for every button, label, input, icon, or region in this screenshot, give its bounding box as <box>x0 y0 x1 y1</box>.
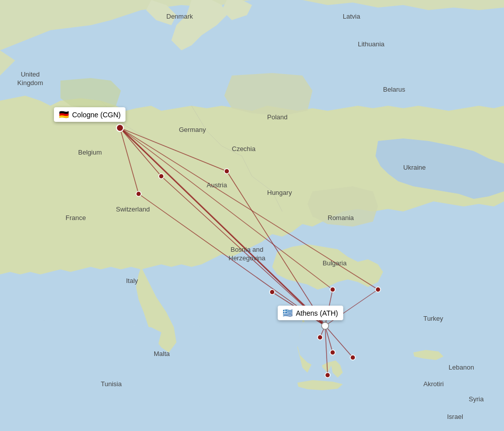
svg-point-24 <box>136 191 141 196</box>
athens-label: 🇬🇷 Athens (ATH) <box>278 306 343 320</box>
map-svg <box>0 0 504 431</box>
svg-point-28 <box>375 287 381 292</box>
svg-point-26 <box>270 290 275 295</box>
map-container: Denmark Latvia Lithuania United Kingdom … <box>0 0 504 431</box>
cologne-label: 🇩🇪 Cologne (CGN) <box>54 107 125 122</box>
cologne-label-text: Cologne (CGN) <box>72 111 120 119</box>
germany-flag: 🇩🇪 <box>59 110 69 119</box>
svg-point-27 <box>330 287 335 292</box>
svg-point-31 <box>350 355 355 360</box>
svg-point-22 <box>322 322 329 329</box>
svg-point-32 <box>325 373 330 378</box>
greece-flag: 🇬🇷 <box>283 308 293 318</box>
svg-point-25 <box>224 169 229 174</box>
svg-point-30 <box>330 350 335 355</box>
svg-point-29 <box>318 335 323 340</box>
svg-point-23 <box>159 174 164 179</box>
athens-label-text: Athens (ATH) <box>296 309 338 317</box>
svg-point-21 <box>116 124 123 131</box>
